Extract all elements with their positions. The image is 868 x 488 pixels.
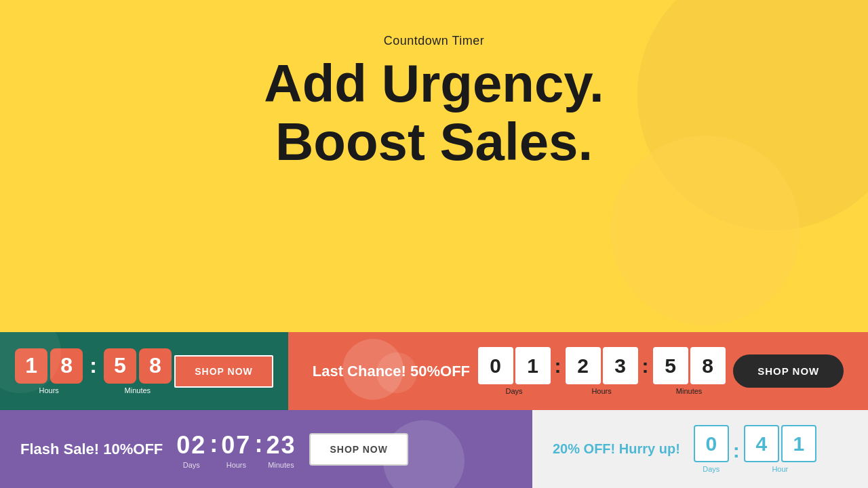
card-green: 1 8 Hours : 5 8 Minutes SHOP NOW bbox=[0, 332, 288, 410]
green-minutes-label: Minutes bbox=[125, 386, 151, 394]
header: Countdown Timer Add Urgency. Boost Sales… bbox=[0, 0, 868, 171]
white-days-digit: 0 bbox=[694, 425, 729, 462]
orange-day-digit-2: 1 bbox=[515, 347, 551, 384]
orange-minute-digit-1: 5 bbox=[653, 347, 688, 384]
orange-days-group: 0 1 Days bbox=[478, 347, 551, 395]
purple-minutes-value: 23 bbox=[266, 431, 296, 460]
purple-hours-label: Hours bbox=[226, 461, 246, 469]
purple-colon-1: : bbox=[206, 430, 221, 458]
purple-hours-value: 07 bbox=[221, 431, 251, 460]
orange-colon-1: : bbox=[553, 354, 563, 378]
headline-line1: Add Urgency. bbox=[0, 55, 868, 113]
orange-hours-label: Hours bbox=[591, 387, 611, 395]
card-orange: Last Chance! 50%OFF 0 1 Days : 2 3 Hours bbox=[288, 332, 868, 410]
cards-area: 1 8 Hours : 5 8 Minutes SHOP NOW Last Ch… bbox=[0, 325, 868, 488]
orange-hours-digits: 2 3 bbox=[566, 347, 638, 384]
white-days-label: Days bbox=[703, 465, 719, 473]
orange-hour-digit-1: 2 bbox=[566, 347, 601, 384]
card-row-1: 1 8 Hours : 5 8 Minutes SHOP NOW Last Ch… bbox=[0, 332, 868, 410]
headline: Add Urgency. Boost Sales. bbox=[0, 55, 868, 171]
purple-days-group: 02 Days bbox=[176, 431, 206, 469]
white-hours-group: 4 1 Hour bbox=[744, 425, 816, 473]
purple-minutes-group: 23 Minutes bbox=[266, 431, 296, 469]
headline-line2: Boost Sales. bbox=[0, 113, 868, 171]
purple-colon-2: : bbox=[251, 430, 266, 458]
green-hours-label: Hours bbox=[39, 386, 59, 394]
orange-hour-digit-2: 3 bbox=[603, 347, 638, 384]
green-hours-digits: 1 8 bbox=[15, 348, 83, 384]
white-days-group: 0 Days bbox=[694, 425, 729, 473]
white-timer: 0 Days : 4 1 Hour bbox=[694, 425, 816, 473]
green-minute-digit-1: 5 bbox=[104, 348, 136, 384]
green-hour-digit-1: 1 bbox=[15, 348, 47, 384]
orange-minutes-digits: 5 8 bbox=[653, 347, 726, 384]
green-shop-now-button[interactable]: SHOP NOW bbox=[174, 355, 273, 388]
purple-promo-text: Flash Sale! 10%OFF bbox=[20, 441, 163, 458]
orange-promo-text: Last Chance! 50%OFF bbox=[313, 363, 470, 380]
purple-timer: 02 Days : 07 Hours : 23 Minutes bbox=[176, 430, 296, 469]
purple-shop-now-button[interactable]: SHOP NOW bbox=[309, 433, 408, 466]
green-minute-digit-2: 8 bbox=[139, 348, 172, 384]
green-minutes-digits: 5 8 bbox=[104, 348, 172, 384]
orange-shop-now-button[interactable]: SHOP NOW bbox=[733, 354, 844, 388]
orange-minute-digit-2: 8 bbox=[690, 347, 726, 384]
green-timer: 1 8 Hours : 5 8 Minutes bbox=[15, 348, 172, 394]
orange-hours-group: 2 3 Hours bbox=[566, 347, 638, 395]
white-hours-label: Hour bbox=[772, 465, 788, 473]
orange-days-digits: 0 1 bbox=[478, 347, 551, 384]
orange-minutes-group: 5 8 Minutes bbox=[653, 347, 726, 395]
subtitle: Countdown Timer bbox=[0, 34, 868, 48]
white-colon-1: : bbox=[732, 439, 741, 462]
white-hours-digits: 4 1 bbox=[744, 425, 816, 462]
green-colon-1: : bbox=[87, 353, 100, 378]
green-hours-group: 1 8 Hours bbox=[15, 348, 83, 394]
orange-timer: 0 1 Days : 2 3 Hours : 5 bbox=[478, 347, 726, 395]
card-purple: Flash Sale! 10%OFF 02 Days : 07 Hours : … bbox=[0, 410, 532, 488]
card-row-2: Flash Sale! 10%OFF 02 Days : 07 Hours : … bbox=[0, 410, 868, 488]
orange-colon-2: : bbox=[641, 354, 650, 378]
purple-days-label: Days bbox=[183, 461, 200, 469]
purple-minutes-label: Minutes bbox=[268, 461, 294, 469]
green-minutes-group: 5 8 Minutes bbox=[104, 348, 172, 394]
green-hour-digit-2: 8 bbox=[50, 348, 83, 384]
purple-hours-group: 07 Hours bbox=[221, 431, 251, 469]
white-hours-digit-2: 1 bbox=[781, 425, 816, 462]
card-white: 20% OFF! Hurry up! 0 Days : 4 1 Hour bbox=[532, 410, 868, 488]
orange-day-digit-1: 0 bbox=[478, 347, 513, 384]
white-promo-text: 20% OFF! Hurry up! bbox=[553, 441, 680, 457]
purple-days-value: 02 bbox=[176, 431, 206, 460]
orange-minutes-label: Minutes bbox=[676, 387, 703, 395]
orange-days-label: Days bbox=[506, 387, 523, 395]
white-hours-digit-1: 4 bbox=[744, 425, 779, 462]
